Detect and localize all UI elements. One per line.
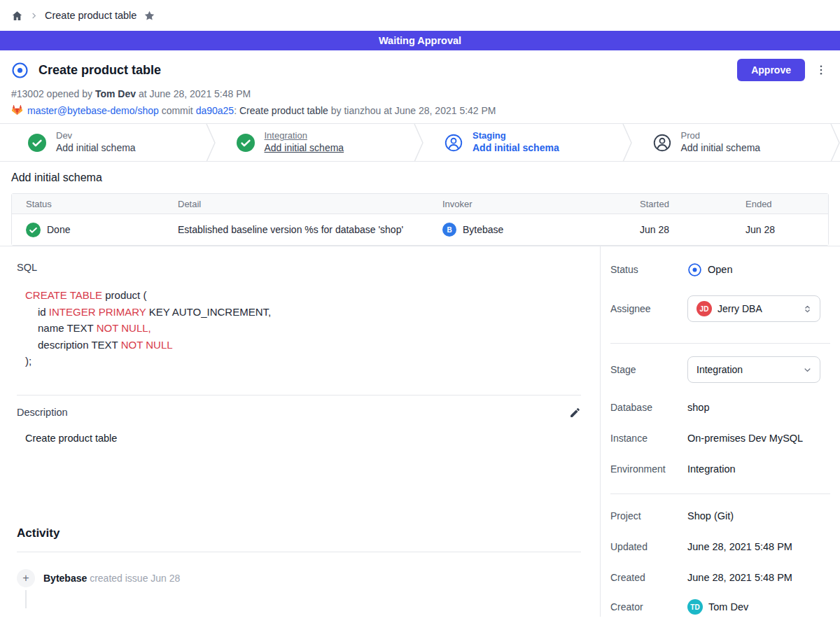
environment-label: Environment	[610, 463, 687, 475]
col-ended: Ended	[732, 199, 828, 209]
home-icon[interactable]	[11, 10, 23, 22]
commit-author-time: by tianzhou at June 28, 2021 5:42 PM	[331, 105, 496, 116]
stage-env-label: Dev	[56, 130, 136, 141]
col-invoker: Invoker	[428, 199, 626, 209]
activity-item: + Bytebase created issue Jun 28	[17, 569, 590, 587]
chevron-down-icon	[802, 365, 813, 375]
updated-row: Updated June 28, 2021 5:48 PM	[610, 539, 830, 554]
project-value: Shop (Git)	[687, 510, 734, 522]
issue-header: Create product table Approve #13002 open…	[0, 50, 840, 124]
project-label: Project	[610, 510, 687, 522]
sql-code-block: CREATE TABLE product ( id INTEGER PRIMAR…	[25, 287, 590, 370]
stage-row: Stage Integration	[610, 356, 830, 383]
divider	[610, 493, 830, 494]
banner-text: Waiting Approval	[379, 35, 461, 46]
stage-task-label: Add initial schema	[681, 142, 761, 155]
issue-sidebar: Status Open Assignee JD Jerry DBA	[601, 246, 840, 617]
commit-hash-link[interactable]: da90a25	[196, 105, 234, 116]
col-started: Started	[626, 199, 732, 209]
commit-word: commit	[162, 105, 193, 116]
stage-task-label: Add initial schema	[265, 142, 344, 155]
stage-pending-user-icon	[444, 134, 463, 152]
selector-icon	[802, 304, 813, 314]
star-icon[interactable]	[144, 10, 155, 22]
col-detail: Detail	[164, 199, 428, 209]
task-table-row[interactable]: Done Established baseline version %s for…	[12, 214, 828, 245]
task-table-header: Status Detail Invoker Started Ended	[12, 194, 828, 214]
stage-value: Integration	[696, 364, 797, 375]
stage-pending-user-icon	[653, 134, 671, 152]
database-value: shop	[687, 402, 709, 413]
divider	[17, 552, 581, 552]
timeline-connector	[25, 590, 27, 608]
assignee-avatar: JD	[696, 301, 712, 316]
task-done-icon	[26, 223, 41, 237]
updated-label: Updated	[610, 541, 687, 552]
issue-meta: #13002 opened by Tom Dev at June 28, 202…	[11, 88, 829, 99]
description-text: Create product table	[25, 433, 590, 444]
assignee-label: Assignee	[610, 303, 687, 314]
sql-section-label: SQL	[17, 262, 590, 273]
issue-detail-panel: SQL CREATE TABLE product ( id INTEGER PR…	[0, 246, 601, 617]
invoker-avatar: B	[442, 223, 456, 237]
commit-message: Create product table	[239, 105, 328, 116]
created-value: June 28, 2021 5:48 PM	[687, 572, 792, 583]
environment-value: Integration	[687, 463, 736, 475]
breadcrumb: Create product table	[0, 0, 840, 31]
stage-integration[interactable]: IntegrationAdd initial schema	[216, 124, 424, 161]
assignee-value: Jerry DBA	[718, 303, 797, 314]
task-invoker-text: Bytebase	[463, 224, 503, 235]
assignee-select[interactable]: JD Jerry DBA	[687, 295, 820, 322]
gitlab-icon	[11, 104, 23, 116]
col-status: Status	[12, 199, 164, 209]
plus-icon: +	[17, 569, 35, 587]
stage-select[interactable]: Integration	[687, 356, 820, 383]
instance-value: On-premises Dev MySQL	[687, 433, 803, 444]
stage-env-label: Staging	[472, 130, 559, 141]
task-started-text: Jun 28	[626, 224, 732, 235]
stage-done-icon	[237, 134, 255, 152]
assignee-row: Assignee JD Jerry DBA	[610, 295, 830, 322]
bytebase-issue-page: Create product table Waiting Approval Cr…	[0, 0, 840, 630]
breadcrumb-page-title[interactable]: Create product table	[45, 10, 136, 21]
task-section-title: Add initial schema	[11, 172, 829, 184]
commit-info: master@bytebase-demo/shop commit da90a25…	[11, 104, 829, 116]
pipeline-stage-bar: DevAdd initial schema IntegrationAdd ini…	[0, 124, 840, 162]
task-section: Add initial schema Status Detail Invoker…	[0, 162, 840, 246]
status-row: Status Open	[610, 262, 830, 277]
activity-title: Activity	[17, 526, 590, 540]
stage-env-label: Integration	[265, 130, 344, 141]
task-table: Status Detail Invoker Started Ended Done…	[11, 193, 829, 246]
kebab-menu-icon[interactable]	[815, 64, 827, 76]
activity-action: created issue Jun 28	[90, 573, 180, 584]
instance-row: Instance On-premises Dev MySQL	[610, 430, 830, 446]
stage-dev[interactable]: DevAdd initial schema	[0, 124, 216, 161]
created-row: Created June 28, 2021 5:48 PM	[610, 570, 830, 585]
stage-staging[interactable]: StagingAdd initial schema	[424, 124, 632, 161]
divider	[17, 395, 581, 396]
updated-value: June 28, 2021 5:48 PM	[687, 541, 792, 552]
database-label: Database	[610, 402, 687, 413]
stage-prod[interactable]: ProdAdd initial schema	[632, 124, 840, 161]
stage-task-label: Add initial schema	[56, 142, 136, 155]
waiting-approval-banner: Waiting Approval	[0, 31, 840, 50]
chevron-right-icon	[30, 12, 38, 20]
task-detail-text: Established baseline version %s for data…	[164, 224, 428, 235]
status-value: Open	[708, 264, 732, 275]
task-status-text: Done	[47, 224, 70, 235]
stage-label: Stage	[610, 364, 687, 375]
stage-env-label: Prod	[681, 130, 761, 141]
issue-opened-at: at June 28, 2021 5:48 PM	[139, 88, 251, 99]
creator-avatar: TD	[687, 599, 703, 615]
creator-row: Creator TD Tom Dev	[610, 599, 830, 615]
created-label: Created	[610, 572, 687, 583]
instance-label: Instance	[610, 433, 687, 444]
description-label: Description	[17, 407, 68, 418]
stage-task-label: Add initial schema	[472, 142, 559, 155]
commit-branch-link[interactable]: master@bytebase-demo/shop	[27, 105, 159, 116]
environment-row: Environment Integration	[610, 461, 830, 477]
approve-button[interactable]: Approve	[737, 59, 805, 81]
creator-value: Tom Dev	[708, 601, 748, 612]
edit-pencil-icon[interactable]	[569, 407, 581, 419]
divider	[610, 343, 830, 344]
